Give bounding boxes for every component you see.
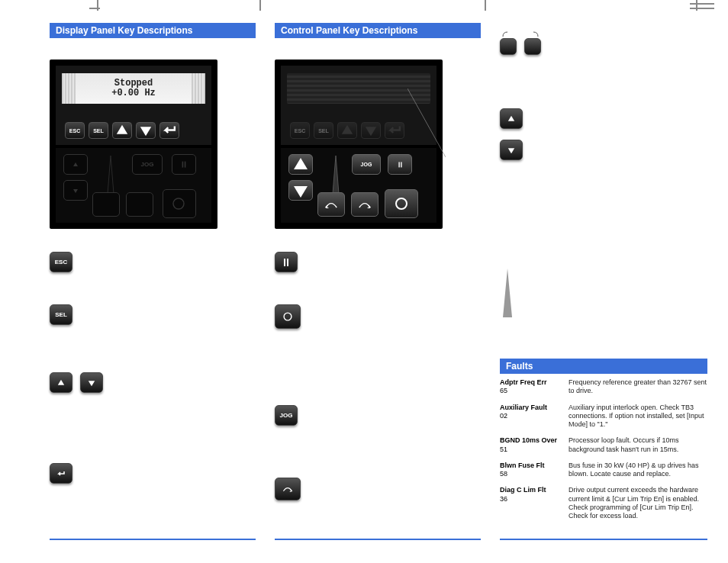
legend-jog: JOG bbox=[275, 405, 488, 426]
indicator-pair bbox=[500, 31, 714, 58]
svg-line-3 bbox=[407, 88, 446, 157]
ctrl-speed-gauge-icon bbox=[331, 154, 340, 197]
ghost-down-button bbox=[63, 180, 88, 201]
divider-col3 bbox=[500, 539, 707, 540]
panel2-enter-button bbox=[385, 122, 404, 139]
bracket-icon bbox=[500, 31, 543, 37]
panel-enter-button[interactable] bbox=[159, 122, 179, 139]
divider-col1 bbox=[50, 539, 256, 540]
fault-code: 58 bbox=[500, 470, 561, 478]
up-key-icon bbox=[50, 372, 72, 393]
legend-up-standalone bbox=[500, 108, 714, 129]
fault-code: 51 bbox=[500, 446, 561, 454]
ghost-rev-button bbox=[92, 192, 120, 217]
column-control: Control Panel Key Descriptions ESC SEL bbox=[275, 23, 488, 500]
control-panel-device: ESC SEL JOG bbox=[275, 60, 443, 229]
up-key-icon-2 bbox=[500, 108, 523, 129]
fault-desc: Frequency reference greater than 32767 s… bbox=[569, 378, 707, 396]
svg-rect-0 bbox=[182, 162, 184, 168]
ghost-stop-button bbox=[163, 189, 196, 218]
header-display: Display Panel Key Descriptions bbox=[50, 23, 256, 38]
ctrl-fwd-button[interactable] bbox=[351, 192, 378, 217]
direction-key-icon bbox=[275, 478, 301, 500]
legend-down-standalone bbox=[500, 140, 714, 160]
ghost-start-button bbox=[172, 154, 196, 175]
down-key-icon bbox=[80, 372, 103, 393]
page: Display Panel Key Descriptions Stopped +… bbox=[0, 0, 728, 563]
divider-col2 bbox=[275, 539, 481, 540]
table-row: Diag C Lim Flt36 Drive output current ex… bbox=[500, 486, 707, 520]
indicator-box-1 bbox=[500, 38, 517, 55]
fault-desc: Bus fuse in 30 kW (40 HP) & up drives ha… bbox=[569, 462, 707, 479]
ghost-fwd-button bbox=[126, 192, 153, 217]
stop-key-icon bbox=[275, 304, 301, 329]
legend-up-down bbox=[50, 372, 263, 393]
panel2-down-button bbox=[361, 122, 381, 139]
legend-esc: ESC bbox=[50, 252, 263, 272]
svg-point-6 bbox=[396, 198, 407, 209]
fault-name: BGND 10ms Over bbox=[500, 436, 557, 444]
callout-line-icon bbox=[407, 88, 446, 157]
column-display: Display Panel Key Descriptions Stopped +… bbox=[50, 23, 263, 484]
speed-indicator-icon bbox=[501, 267, 514, 320]
display-panel-device: Stopped +0.00 Hz ESC SEL JOG bbox=[50, 60, 217, 229]
fault-name: Blwn Fuse Flt bbox=[500, 462, 545, 469]
enter-key-icon bbox=[50, 463, 72, 484]
panel2-sel-button: SEL bbox=[314, 122, 333, 139]
ghost-jog-button: JOG bbox=[132, 154, 163, 175]
column-right: Faults Adptr Freq Err65 Frequency refere… bbox=[500, 23, 714, 528]
faults-table: Adptr Freq Err65 Frequency reference gre… bbox=[500, 378, 707, 520]
svg-rect-8 bbox=[287, 259, 288, 266]
panel-esc-button[interactable]: ESC bbox=[65, 122, 85, 139]
ghost-up-button bbox=[63, 154, 88, 175]
svg-rect-1 bbox=[185, 162, 186, 168]
svg-point-9 bbox=[284, 313, 292, 320]
table-row: Auxiliary Fault02 Auxiliary input interl… bbox=[500, 404, 707, 429]
svg-point-2 bbox=[173, 198, 184, 209]
fault-name: Adptr Freq Err bbox=[500, 378, 547, 386]
panel2-up-button bbox=[337, 122, 357, 139]
table-row: BGND 10ms Over51 Processor loop fault. O… bbox=[500, 436, 707, 454]
legend-sel: SEL bbox=[50, 304, 263, 325]
sel-key-icon: SEL bbox=[50, 304, 72, 325]
down-key-icon-2 bbox=[500, 140, 523, 160]
svg-rect-4 bbox=[398, 162, 399, 167]
jog-key-icon: JOG bbox=[275, 405, 298, 426]
indicator-box-2 bbox=[524, 38, 541, 55]
table-row: Adptr Freq Err65 Frequency reference gre… bbox=[500, 378, 707, 396]
header-faults: Faults bbox=[500, 359, 707, 374]
esc-key-icon: ESC bbox=[50, 252, 72, 272]
ctrl-jog-button[interactable]: JOG bbox=[352, 154, 381, 175]
header-control: Control Panel Key Descriptions bbox=[275, 23, 481, 38]
legend-enter bbox=[50, 463, 263, 484]
fault-code: 65 bbox=[500, 387, 561, 395]
svg-rect-5 bbox=[401, 162, 401, 167]
panel2-esc-button: ESC bbox=[290, 122, 310, 139]
legend-stop bbox=[275, 304, 488, 329]
fault-desc: Auxiliary input interlock open. Check TB… bbox=[569, 404, 707, 429]
ctrl-rev-button[interactable] bbox=[317, 192, 345, 217]
panel-up-button[interactable] bbox=[112, 122, 132, 139]
legend-start bbox=[275, 252, 488, 272]
fault-code: 02 bbox=[500, 412, 561, 420]
ctrl-down-button[interactable] bbox=[288, 180, 313, 201]
ctrl-stop-button[interactable] bbox=[385, 189, 418, 218]
svg-rect-7 bbox=[284, 259, 285, 266]
fault-code: 36 bbox=[500, 495, 561, 503]
fault-desc: Drive output current exceeds the hardwar… bbox=[569, 486, 707, 520]
table-row: Blwn Fuse Flt58 Bus fuse in 30 kW (40 HP… bbox=[500, 462, 707, 479]
fault-name: Diag C Lim Flt bbox=[500, 486, 546, 494]
fault-name: Auxiliary Fault bbox=[500, 404, 547, 411]
fault-desc: Processor loop fault. Occurs if 10ms bac… bbox=[569, 436, 707, 454]
ctrl-start-button[interactable] bbox=[388, 154, 412, 175]
ctrl-up-button[interactable] bbox=[288, 154, 313, 175]
speed-gauge-icon bbox=[106, 154, 115, 197]
panel-sel-button[interactable]: SEL bbox=[89, 122, 108, 139]
panel-down-button[interactable] bbox=[136, 122, 156, 139]
lcd-line-2: +0.00 Hz bbox=[111, 88, 156, 98]
start-key-icon bbox=[275, 252, 298, 272]
legend-direction bbox=[275, 478, 488, 500]
